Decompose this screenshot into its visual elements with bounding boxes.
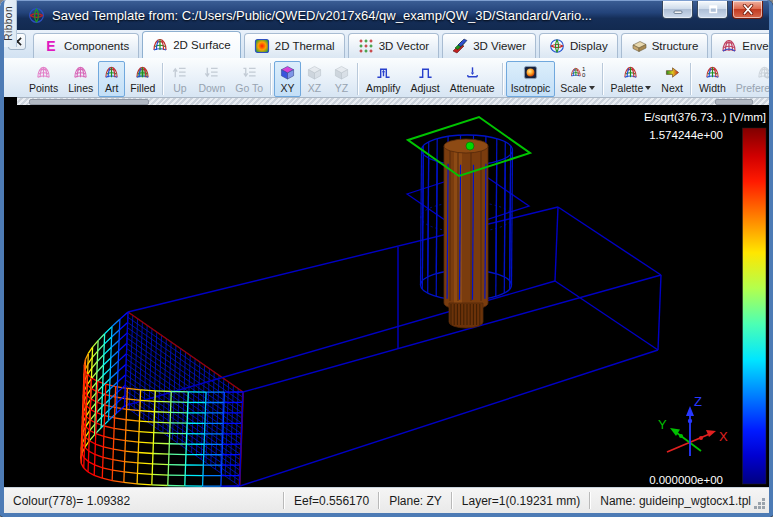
status-layer: Layer=1(0.19231 mm) [453,494,589,508]
palette-icon [622,65,639,80]
tab-structure[interactable]: Structure [621,33,709,58]
tab-label: Display [570,40,608,52]
tab-label: 3D Vector [379,40,430,52]
width-button[interactable]: Width [694,61,731,97]
svg-text:0: 0 [582,71,586,78]
isotropic-icon [522,65,539,80]
tab-2d-surface[interactable]: 2D Surface [142,31,241,58]
toolbar-separator [690,63,692,95]
xz-cube-icon [306,65,323,80]
filled-button[interactable]: Filled [125,61,160,97]
surface-mesh-icon [152,37,168,53]
minimize-button[interactable] [662,1,693,19]
next-button[interactable]: Next [656,61,688,97]
down-button[interactable]: Down [193,61,230,97]
close-icon [742,4,754,15]
vector-grid-icon [358,38,374,54]
app-logo-icon [28,7,45,24]
amplify-button[interactable]: Amplify [361,61,405,97]
points-icon [35,65,52,80]
adjust-button[interactable]: Adjust [406,61,445,97]
tab-components[interactable]: E Components [33,33,139,58]
ribbon-toolbar: Points Lines Art Filled Up Down Go To [4,58,769,97]
dropdown-arrow-icon [645,86,651,90]
viewer-layers-icon [452,38,468,54]
tab-3d-viewer[interactable]: 3D Viewer [442,33,536,58]
display-sphere-icon [549,38,565,54]
status-template-name: Name: guideinp_wgtocx1.tpl [591,494,769,508]
next-arrow-icon [664,65,681,80]
art-button[interactable]: Art [98,61,125,97]
app-window: Saved Template from: C:/Users/Public/QWE… [0,0,773,517]
title-bar[interactable]: Saved Template from: C:/Users/Public/QWE… [0,0,773,30]
xy-cube-icon [279,65,296,80]
window-title: Saved Template from: C:/Users/Public/QWE… [52,8,592,23]
ribbon-scrollbar[interactable] [17,97,769,105]
toolbar-separator [270,63,272,95]
xy-plane-button[interactable]: XY [274,61,301,97]
svg-text:E: E [46,38,55,54]
scale-button[interactable]: 10 Scale [555,61,599,97]
status-bar: Colour(778)= 1.09382 Eef=0.556170 Plane:… [4,487,769,513]
width-icon [704,65,721,80]
filled-icon [134,65,151,80]
art-icon [103,65,120,80]
tab-label: Structure [652,40,699,52]
status-colour-value: Colour(778)= 1.09382 [4,494,283,508]
preferences-button[interactable]: Preferences [731,61,769,97]
lines-icon [72,65,89,80]
axis-z-label: Z [694,394,702,409]
status-eef-value: Eef=0.556170 [285,494,378,508]
resize-grip[interactable] [762,506,765,509]
amplify-icon [375,65,392,80]
toolbar-separator [502,63,504,95]
colorbar-max-label: 1.574244e+00 [649,129,723,141]
close-button[interactable] [732,1,763,19]
xz-plane-button[interactable]: XZ [301,61,328,97]
status-plane: Plane: ZY [380,494,451,508]
tab-label: 2D Surface [173,39,231,51]
ribbon-side-tab[interactable]: Ribbon [0,0,17,47]
colorbar-min-label: 0.000000e+00 [649,474,723,486]
scale-icon: 10 [569,65,586,80]
minimize-icon [672,5,684,15]
axis-y-label: Y [658,417,667,432]
colorbar-title: E/sqrt(376.73...) [V/mm] [644,111,766,123]
goto-icon [241,65,258,80]
goto-button[interactable]: Go To [230,61,268,97]
ribbon-tab-bar: E Components 2D Surface 2D Thermal 3D Ve… [4,30,769,58]
components-icon: E [43,38,59,54]
tab-2d-thermal[interactable]: 2D Thermal [244,33,345,58]
points-button[interactable]: Points [24,61,63,97]
preferences-gear-icon [756,65,769,80]
adjust-icon [417,65,434,80]
maximize-button[interactable] [697,1,728,19]
lines-button[interactable]: Lines [63,61,98,97]
colorbar [743,128,767,484]
yz-cube-icon [333,65,350,80]
toolbar-separator [357,63,359,95]
attenuate-button[interactable]: Attenuate [445,61,500,97]
thermal-map-icon [254,38,270,54]
isotropic-button[interactable]: Isotropic [506,61,556,97]
dropdown-arrow-icon [589,86,595,90]
scene-3d[interactable]: E/sqrt(376.73...) [V/mm] 1.574244e+00 0.… [4,105,769,487]
tab-label: 2D Thermal [275,40,335,52]
up-icon [171,65,188,80]
tab-3d-vector[interactable]: 3D Vector [348,33,440,58]
ribbon-side-label: Ribbon [3,6,14,41]
tab-label: 3D Viewer [473,40,526,52]
viewport-3d[interactable]: E/sqrt(376.73...) [V/mm] 1.574244e+00 0.… [4,105,769,487]
toolbar-separator [162,63,164,95]
up-button[interactable]: Up [166,61,193,97]
tab-label: Components [64,40,129,52]
envelope-mesh-icon [721,38,737,54]
down-icon [203,65,220,80]
maximize-icon [707,4,719,15]
tab-display[interactable]: Display [539,33,618,58]
yz-plane-button[interactable]: YZ [328,61,355,97]
tab-envelope[interactable]: Envelope [711,33,773,58]
palette-button[interactable]: Palette [606,61,657,97]
axis-x-label: X [719,429,728,444]
structure-slab-icon [631,38,647,54]
